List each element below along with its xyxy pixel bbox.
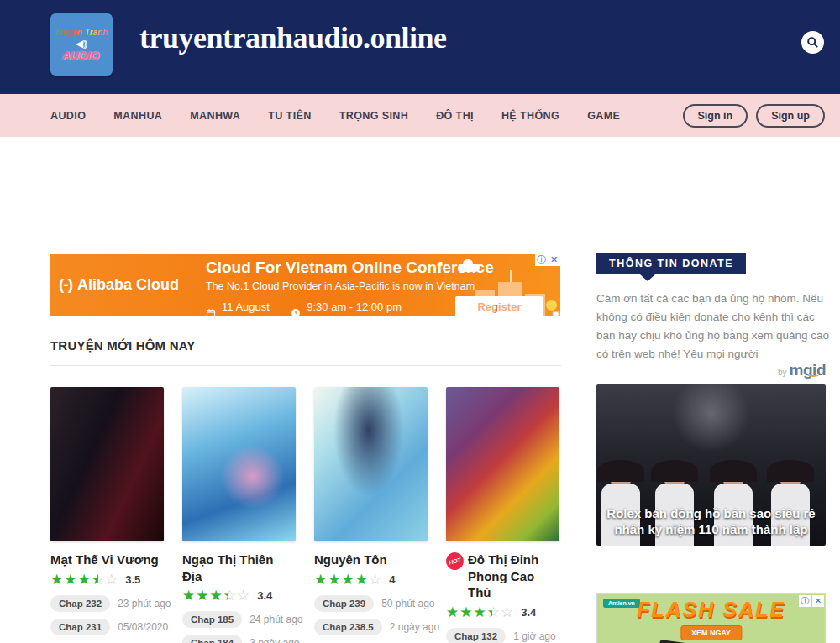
comic-title[interactable]: Ngạo Thị Thiên Địa [182,552,296,584]
nav-item-manhwa[interactable]: MANHWA [190,110,240,122]
rating-stars-icon: ☆☆☆☆☆★★★★★ [50,572,118,587]
chapter-list: Chap 1321 giờ agoChap 13105/08/2020 [446,628,559,643]
building-illustration [525,294,545,316]
chapter-chip[interactable]: Chap 132 [446,628,506,643]
chapter-list: Chap 18524 phút agoChap 1843 ngày ago [182,611,296,643]
chapter-row: Chap 1843 ngày ago [182,635,296,643]
ad-close-icon[interactable]: ✕ [548,254,560,266]
chapter-row: Chap 18524 phút ago [182,611,296,628]
ad-close-icon[interactable]: ✕ [812,595,824,607]
search-button[interactable] [801,31,824,54]
chapter-chip[interactable]: Chap 184 [182,635,242,643]
star-rating: ☆☆☆☆☆★★★★★ 3.5 [50,572,164,587]
alibaba-ad-banner[interactable]: (-) Alibaba Cloud Cloud For Vietnam Onli… [50,254,560,316]
chapter-row: Chap 1321 giờ ago [446,628,559,643]
comic-title[interactable]: Đô Thị Đỉnh Phong Cao Thủ [468,552,559,601]
nav-item-tu-ti-n[interactable]: TU TIÊN [268,110,311,122]
nav-item-manhua[interactable]: MANHUA [113,110,162,122]
alibaba-brand: (-) Alibaba Cloud [59,275,179,294]
rating-stars-icon: ☆☆☆☆☆★★★★★ [182,588,250,603]
chapter-time: 1 giờ ago [513,630,556,642]
comic-title-row: Mạt Thế Vi Vương [50,552,164,568]
comic-card: Nguyên Tôn ☆☆☆☆☆★★★★★ 4 Chap 23950 phút … [314,387,428,643]
site-title[interactable]: truyentranhaudio.online [139,20,447,55]
chapter-time: 3 ngày ago [249,637,299,643]
chapter-chip[interactable]: Chap 185 [182,611,242,628]
flag-illustration [510,270,512,282]
comic-title[interactable]: Nguyên Tôn [314,552,387,568]
comic-title-row: HOT Đô Thị Đỉnh Phong Cao Thủ [446,552,559,601]
mgid-smile-icon [807,373,819,377]
rating-value: 3.5 [125,573,140,586]
star-rating: ☆☆☆☆☆★★★★★ 4 [314,572,428,587]
chapter-list: Chap 23950 phút agoChap 238.52 ngày ago [314,595,428,642]
nav-item-audio[interactable]: AUDIO [50,110,86,122]
alibaba-brand-name: Alibaba Cloud [77,276,179,294]
donate-info-badge: THÔNG TIN DONATE [596,253,746,274]
sign-in-button[interactable]: Sign in [683,104,748,128]
calendar-icon [206,308,216,316]
rating-value: 3.4 [257,589,272,602]
chapter-time: 2 ngày ago [390,621,439,633]
comic-card: Mạt Thế Vi Vương ☆☆☆☆☆★★★★★ 3.5 Chap 232… [50,387,164,643]
rating-stars-icon: ☆☆☆☆☆★★★★★ [314,572,382,587]
mgid-attribution[interactable]: bymgid [596,361,826,379]
chapter-row: Chap 23950 phút ago [314,595,428,612]
rating-value: 3.4 [521,606,536,619]
rating-stars-fill: ★★★★★ [314,572,369,587]
nav-item-h-th-ng[interactable]: HỆ THỐNG [501,110,559,122]
speaker-icon: ▶)) [77,39,87,49]
xem-ngay-button[interactable]: XEM NGAY [680,625,742,640]
chapter-row: Chap 23223 phút ago [50,595,164,612]
rating-stars-fill: ★★★★★ [50,572,98,587]
clock-icon [291,308,301,316]
chapter-time: 50 phút ago [381,598,434,609]
comic-cover-image[interactable] [50,387,164,541]
sponsored-ad-caption[interactable]: Rolex bán đồng hồ bản sao siêu rẻ nhân k… [601,505,821,537]
ad-info-icon[interactable]: ⓘ [535,254,548,266]
donate-text: Cám ơn tất cả các bạn đã ủng hộ nhóm. Nế… [596,290,830,363]
sign-up-button[interactable]: Sign up [756,104,825,128]
chapter-time: 05/08/2020 [118,621,168,633]
chapter-chip[interactable]: Chap 232 [50,595,110,612]
comic-card: HOT Đô Thị Đỉnh Phong Cao Thủ ☆☆☆☆☆★★★★★… [446,387,559,643]
nav-item--th-[interactable]: ĐÔ THỊ [436,110,474,122]
sponsored-photo-ad[interactable]: Rolex bán đồng hồ bản sao siêu rẻ nhân k… [596,384,826,546]
star-rating: ☆☆☆☆☆★★★★★ 3.4 [446,605,559,619]
main-nav: AUDIOMANHUAMANHWATU TIÊNTRỌNG SINHĐÔ THỊ… [0,94,840,137]
chapter-time: 23 phút ago [118,598,171,609]
ad-choice-controls: ⓘ ✕ [799,595,824,607]
hot-badge: HOT [444,551,465,572]
comic-title[interactable]: Mạt Thế Vi Vương [50,552,159,568]
rating-stars-fill: ★★★★★ [182,588,228,603]
comic-title-row: Ngạo Thị Thiên Địa [182,552,296,584]
logo-text-audio: AUDIO [63,50,100,62]
mgid-logo: mgid [790,361,826,380]
section-title: TRUYỆN MỚI HÔM NAY [50,338,196,353]
comic-cover-image[interactable] [314,387,428,541]
chapter-chip[interactable]: Chap 239 [314,595,374,612]
ad-title: Cloud For Vietnam Online Conference [206,259,494,277]
flash-sale-ad[interactable]: Antien.vn FLASH SALE XEM NGAY ⓘ ✕ [596,593,826,643]
flash-sale-title: FLASH SALE [597,598,825,622]
rating-stars-fill: ★★★★★ [446,605,492,619]
comic-cover-image[interactable] [446,387,559,541]
nav-item-game[interactable]: GAME [587,110,620,122]
chapter-row: Chap 23105/08/2020 [50,619,164,635]
auth-buttons: Sign in Sign up [683,94,826,137]
ad-time: 9:30 am - 12:00 pm UTC+07:00 [307,301,436,316]
chapter-chip[interactable]: Chap 231 [50,619,110,635]
comics-grid: Mạt Thế Vi Vương ☆☆☆☆☆★★★★★ 3.5 Chap 232… [50,387,561,643]
cloud-illustration [458,264,480,272]
building-illustration [475,290,495,316]
page: Truyện Tranh ▶)) AUDIO truyentranhaudio.… [0,0,840,643]
logo-text-top: Truyện Tranh [55,28,108,37]
ad-info-icon[interactable]: ⓘ [799,595,811,607]
comic-cover-image[interactable] [182,387,296,541]
rating-value: 4 [389,573,395,586]
chapter-chip[interactable]: Chap 238.5 [314,619,382,635]
nav-item-tr-ng-sinh[interactable]: TRỌNG SINH [339,110,408,122]
mgid-by-label: by [778,368,787,377]
chapter-list: Chap 23223 phút agoChap 23105/08/2020 [50,595,164,642]
site-logo[interactable]: Truyện Tranh ▶)) AUDIO [50,13,113,76]
